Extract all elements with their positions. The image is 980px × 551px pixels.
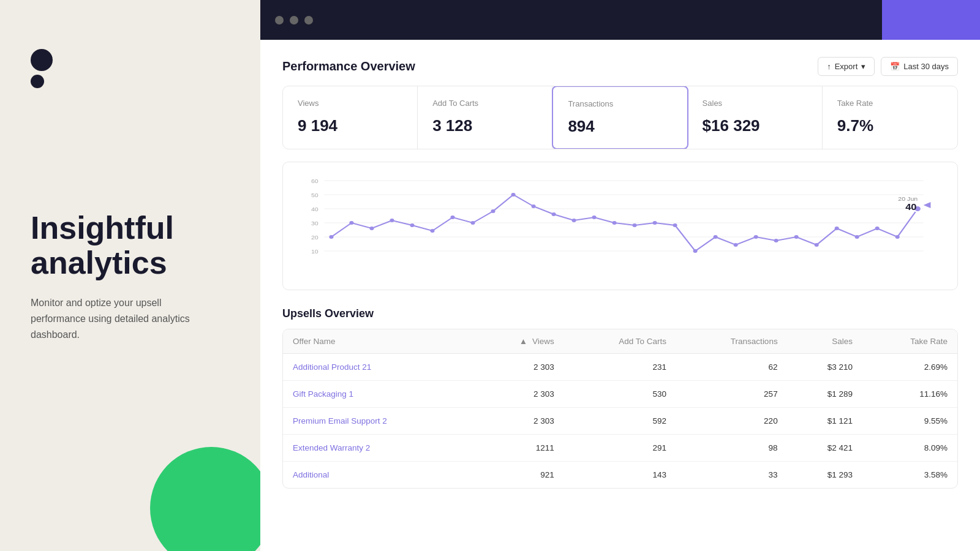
cell-transactions: 62 xyxy=(676,354,788,381)
cell-transactions: 98 xyxy=(676,435,788,462)
svg-point-39 xyxy=(875,227,880,230)
cell-offer-name[interactable]: Additional xyxy=(283,462,473,489)
take-rate-label: Take Rate xyxy=(910,337,948,346)
svg-point-26 xyxy=(612,221,617,225)
table-row: Extended Warranty 2 1211 291 98 $2 421 8… xyxy=(283,435,957,462)
svg-point-21 xyxy=(511,193,515,197)
hero-title: Insightful analytics xyxy=(31,211,230,280)
stat-card-sales[interactable]: Sales $16 329 xyxy=(688,86,823,149)
table-row: Additional Product 21 2 303 231 62 $3 21… xyxy=(283,354,957,381)
offer-name-label: Offer Name xyxy=(293,337,336,346)
svg-text:60: 60 xyxy=(311,178,318,184)
cell-add-to-carts: 231 xyxy=(564,354,676,381)
cell-offer-name[interactable]: Premium Email Support 2 xyxy=(283,408,473,435)
upsells-table-container: Offer Name ▲ Views Add To Carts Transact… xyxy=(282,329,958,489)
svg-point-33 xyxy=(754,235,758,239)
stat-card-take-rate[interactable]: Take Rate 9.7% xyxy=(823,86,957,149)
svg-point-25 xyxy=(592,216,597,219)
table-header: Offer Name ▲ Views Add To Carts Transact… xyxy=(283,329,957,354)
sort-icon: ▲ xyxy=(519,337,527,346)
svg-point-17 xyxy=(430,229,434,233)
svg-point-28 xyxy=(653,221,657,225)
svg-point-37 xyxy=(835,227,839,230)
stat-label: Sales xyxy=(703,99,807,108)
calendar-icon: 📅 xyxy=(890,62,900,71)
upsells-table: Offer Name ▲ Views Add To Carts Transact… xyxy=(283,329,957,488)
svg-point-18 xyxy=(450,216,454,219)
svg-text:40: 40 xyxy=(905,202,916,212)
sales-label: Sales xyxy=(832,337,853,346)
table-row: Premium Email Support 2 2 303 592 220 $1… xyxy=(283,408,957,435)
cell-take-rate: 3.58% xyxy=(862,462,957,489)
svg-point-16 xyxy=(410,223,414,227)
cell-sales: $1 293 xyxy=(788,462,862,489)
cell-add-to-carts: 592 xyxy=(564,408,676,435)
svg-point-19 xyxy=(470,221,475,225)
cell-transactions: 33 xyxy=(676,462,788,489)
window-dot-2 xyxy=(290,16,298,24)
svg-point-22 xyxy=(531,204,535,208)
svg-point-14 xyxy=(369,227,374,230)
cell-sales: $1 289 xyxy=(788,381,862,408)
cell-views: 2 303 xyxy=(473,354,564,381)
cell-offer-name[interactable]: Extended Warranty 2 xyxy=(283,435,473,462)
top-bar xyxy=(260,0,980,40)
svg-point-20 xyxy=(491,209,495,213)
table-row: Additional 921 143 33 $1 293 3.58% xyxy=(283,462,957,489)
svg-point-38 xyxy=(855,235,859,239)
svg-text:30: 30 xyxy=(311,220,318,227)
transactions-label: Transactions xyxy=(731,337,778,346)
main-content: Performance Overview ↑ Export ▾ 📅 Last 3… xyxy=(260,40,980,551)
stat-value: 3 128 xyxy=(432,116,537,135)
green-circle-decoration xyxy=(150,447,260,551)
stat-card-transactions[interactable]: Transactions 894 xyxy=(552,86,688,149)
svg-point-23 xyxy=(552,212,556,216)
performance-header: Performance Overview ↑ Export ▾ 📅 Last 3… xyxy=(282,57,958,76)
logo-dot-large xyxy=(31,49,53,71)
window-dot-3 xyxy=(304,16,313,24)
cell-views: 2 303 xyxy=(473,408,564,435)
table-row: Gift Packaging 1 2 303 530 257 $1 289 11… xyxy=(283,381,957,408)
svg-point-30 xyxy=(693,249,698,253)
col-transactions: Transactions xyxy=(676,329,788,354)
svg-point-15 xyxy=(390,219,394,222)
cell-take-rate: 11.16% xyxy=(862,381,957,408)
cell-add-to-carts: 291 xyxy=(564,435,676,462)
stat-card-views[interactable]: Views 9 194 xyxy=(283,86,418,149)
svg-marker-44 xyxy=(924,202,931,208)
export-icon: ↑ xyxy=(827,62,831,71)
svg-point-27 xyxy=(633,223,637,227)
svg-text:10: 10 xyxy=(311,249,318,255)
window-dot-1 xyxy=(275,16,284,24)
cell-add-to-carts: 530 xyxy=(564,381,676,408)
date-range-button[interactable]: 📅 Last 30 days xyxy=(881,57,958,76)
cell-offer-name[interactable]: Gift Packaging 1 xyxy=(283,381,473,408)
add-to-carts-label: Add To Carts xyxy=(619,337,666,346)
export-label: Export xyxy=(835,62,858,71)
col-take-rate: Take Rate xyxy=(862,329,957,354)
svg-text:50: 50 xyxy=(311,192,318,198)
export-chevron: ▾ xyxy=(861,62,865,71)
upsells-title: Upsells Overview xyxy=(282,307,958,320)
right-panel: Performance Overview ↑ Export ▾ 📅 Last 3… xyxy=(260,0,980,551)
export-button[interactable]: ↑ Export ▾ xyxy=(818,57,875,76)
svg-point-13 xyxy=(349,221,353,225)
cell-take-rate: 2.69% xyxy=(862,354,957,381)
stat-value: 9.7% xyxy=(837,116,943,135)
hero-subtitle: Monitor and optize your upsell performan… xyxy=(31,295,214,342)
date-label: Last 30 days xyxy=(903,62,949,71)
stat-label: Add To Carts xyxy=(432,99,537,108)
col-views[interactable]: ▲ Views xyxy=(473,329,564,354)
col-offer-name: Offer Name xyxy=(283,329,473,354)
stat-card-add-to-carts[interactable]: Add To Carts 3 128 xyxy=(418,86,552,149)
cell-views: 2 303 xyxy=(473,381,564,408)
svg-point-35 xyxy=(794,235,799,239)
stats-row: Views 9 194 Add To Carts 3 128 Transacti… xyxy=(282,86,958,149)
svg-point-36 xyxy=(815,243,819,247)
col-sales: Sales xyxy=(788,329,862,354)
cell-take-rate: 8.09% xyxy=(862,435,957,462)
logo-dot-small xyxy=(31,75,44,88)
cell-offer-name[interactable]: Additional Product 21 xyxy=(283,354,473,381)
svg-text:20 Jun: 20 Jun xyxy=(898,196,918,202)
cell-sales: $1 121 xyxy=(788,408,862,435)
